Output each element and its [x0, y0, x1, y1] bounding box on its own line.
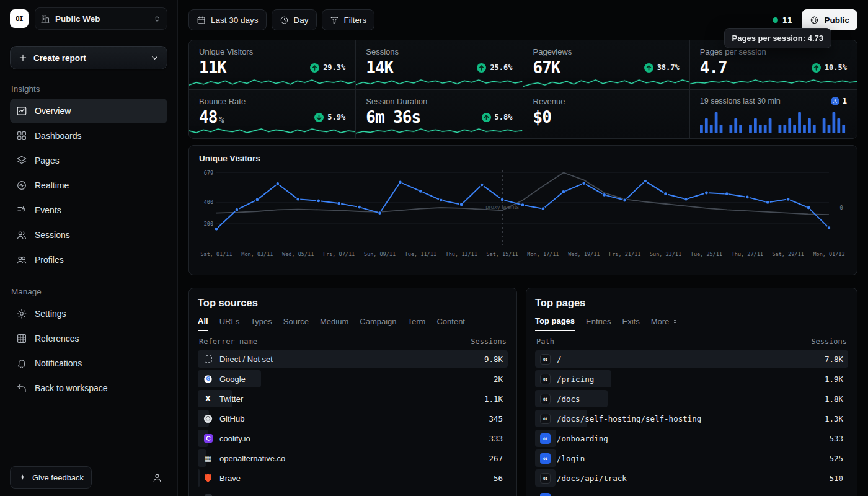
- metric-card-unique-visitors[interactable]: Unique Visitors11K29.3%: [189, 40, 356, 89]
- date-range-button[interactable]: Last 30 days: [188, 9, 267, 30]
- trend-up-icon: [812, 63, 821, 73]
- tab-all[interactable]: All: [198, 316, 208, 331]
- table-row[interactable]: coolify.io333: [198, 429, 508, 448]
- sidebar-item-profiles[interactable]: Profiles: [10, 247, 167, 272]
- tab-top-pages[interactable]: Top pages: [535, 316, 575, 331]
- table-header: Referrer name Sessions: [199, 337, 507, 346]
- sidebar-footer: Give feedback: [10, 466, 167, 489]
- metric-card-revenue[interactable]: Revenue$0: [523, 89, 690, 138]
- metric-label: Pages per session: [700, 47, 847, 56]
- table-row[interactable]: [198, 489, 508, 496]
- svg-text:Sat, 29/11: Sat, 29/11: [773, 251, 804, 257]
- row-value-bar: [198, 469, 200, 487]
- table-row[interactable]: OI: [535, 489, 848, 496]
- table-row[interactable]: OI/onboarding533: [535, 429, 848, 448]
- tab-label: Term: [408, 317, 426, 326]
- table-row[interactable]: GitHub345: [198, 409, 508, 428]
- give-feedback-button[interactable]: Give feedback: [10, 466, 92, 489]
- tab-campaign[interactable]: Campaign: [360, 316, 396, 331]
- sidebar-item-label: References: [35, 334, 79, 343]
- tab-urls[interactable]: URLs: [219, 316, 240, 331]
- trend-up-icon: [477, 63, 486, 73]
- metric-card-sessions[interactable]: Sessions14K25.6%: [356, 40, 523, 89]
- live-user-icon: [831, 97, 839, 105]
- row-sessions: 2K: [494, 374, 503, 384]
- settings-icon: [16, 308, 27, 319]
- table-row[interactable]: XTwitter1.1K: [198, 389, 508, 408]
- tab-term[interactable]: Term: [408, 316, 426, 331]
- row-referrer-name: Google: [219, 374, 487, 384]
- table-row[interactable]: OI/docs/api/track510: [535, 469, 848, 487]
- table-row[interactable]: OI/pricing1.9K: [535, 370, 848, 388]
- workspace-selector[interactable]: Public Web: [35, 7, 167, 30]
- sidebar-item-settings[interactable]: Settings: [10, 301, 167, 326]
- table-row[interactable]: OI/login525: [535, 449, 848, 467]
- sidebar-nav: InsightsOverviewDashboardsPagesRealtimeE…: [10, 69, 167, 401]
- column-sessions[interactable]: Sessions: [471, 337, 507, 346]
- tab-entries[interactable]: Entries: [586, 316, 611, 331]
- sidebar-item-overview[interactable]: Overview: [10, 99, 167, 123]
- row-sessions: 7.8K: [825, 355, 843, 364]
- trend-down-icon: [314, 113, 324, 122]
- openpanel-favicon: OI: [540, 473, 551, 484]
- sidebar-item-notifications[interactable]: Notifications: [10, 351, 167, 376]
- create-report-label: Create report: [33, 53, 138, 63]
- sidebar-item-events[interactable]: Events: [10, 198, 167, 223]
- date-range-label: Last 30 days: [211, 16, 259, 25]
- metric-value-suffix: %: [219, 115, 223, 125]
- metric-delta: 5.9%: [314, 113, 345, 122]
- public-share-button[interactable]: Public: [802, 9, 857, 30]
- table-row[interactable]: OI/docs1.8K: [535, 389, 848, 408]
- table-row[interactable]: OI/docs/self-hosting/self-hosting1.3K: [535, 409, 848, 428]
- table-row[interactable]: Direct / Not set9.8K: [198, 350, 508, 368]
- sidebar-item-sessions[interactable]: Sessions: [10, 223, 167, 247]
- tab-source[interactable]: Source: [283, 316, 309, 331]
- filters-button[interactable]: Filters: [322, 9, 375, 30]
- sidebar-item-dashboards[interactable]: Dashboards: [10, 123, 167, 148]
- metric-card-session-duration[interactable]: Session Duration6m 36s5.8%: [356, 89, 523, 138]
- column-path: Path: [536, 337, 554, 346]
- metric-card-bounce-rate[interactable]: Bounce Rate48%5.9%: [189, 89, 356, 138]
- profile-button[interactable]: [146, 467, 167, 488]
- metric-card-19-sessions-last-30-min[interactable]: 19 sessions last 30 min1: [690, 89, 857, 138]
- tab-types[interactable]: Types: [250, 316, 272, 331]
- tab-more[interactable]: More: [651, 316, 679, 331]
- openalternative-icon: ▦: [203, 453, 213, 464]
- table-row[interactable]: Brave56: [198, 469, 508, 487]
- metric-value: $0: [533, 108, 551, 126]
- create-report-button[interactable]: Create report: [10, 46, 167, 69]
- svg-text:400: 400: [204, 199, 213, 205]
- column-sessions[interactable]: Sessions: [811, 337, 847, 346]
- metric-card-pageviews[interactable]: Pageviews67K38.7%: [523, 40, 690, 89]
- live-user-badge[interactable]: 1: [831, 97, 847, 105]
- clock-icon: [280, 16, 289, 25]
- chart-title: Unique Visitors: [199, 154, 847, 163]
- live-visitors-count: 11: [782, 16, 792, 25]
- row-referrer-name: openalternative.co: [219, 454, 482, 463]
- live-user-count: 1: [843, 97, 847, 105]
- metric-label: 19 sessions last 30 min: [700, 97, 781, 105]
- row-referrer-name: coolify.io: [219, 434, 482, 443]
- metric-value-row: 67K38.7%: [533, 58, 680, 77]
- live-visitors-badge[interactable]: 11: [773, 16, 792, 25]
- interval-button[interactable]: Day: [272, 9, 317, 30]
- metric-label: Pageviews: [533, 47, 680, 56]
- visitors-chart[interactable]: 200400679Sat, 01/11Mon, 03/11Wed, 05/11F…: [199, 166, 847, 270]
- table-row[interactable]: GGoogle2K: [198, 370, 508, 388]
- app-logo[interactable]: OI: [10, 9, 29, 28]
- sidebar-item-pages[interactable]: Pages: [10, 148, 167, 173]
- tab-content[interactable]: Content: [436, 316, 465, 331]
- metric-value: 11K: [199, 58, 226, 77]
- sidebar-item-references[interactable]: References: [10, 326, 167, 351]
- table-row[interactable]: ▦openalternative.co267: [198, 449, 508, 467]
- sidebar-item-realtime[interactable]: Realtime: [10, 173, 167, 198]
- top-pages-tabs: Top pagesEntriesExitsMore: [535, 316, 848, 331]
- metric-value: 67K: [533, 58, 560, 77]
- tab-exits[interactable]: Exits: [622, 316, 640, 331]
- sidebar-item-back-to-workspace[interactable]: Back to workspace: [10, 376, 167, 401]
- plus-icon: [18, 53, 28, 63]
- sidebar-item-label: Sessions: [35, 230, 70, 240]
- table-row[interactable]: OI/7.8K: [535, 350, 848, 368]
- chevron-down-icon[interactable]: [150, 53, 159, 63]
- tab-medium[interactable]: Medium: [320, 316, 348, 331]
